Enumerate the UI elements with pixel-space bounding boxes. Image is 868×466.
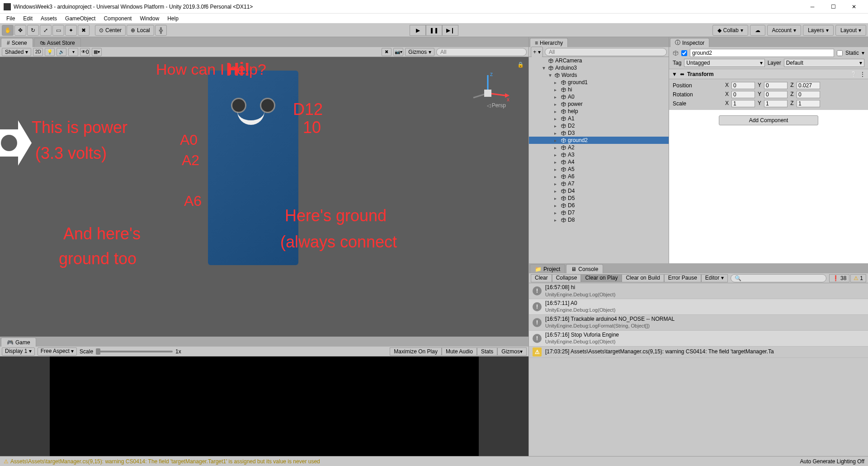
tab-asset-store[interactable]: 🛍 Asset Store bbox=[34, 38, 81, 47]
tools-button[interactable]: ✖ bbox=[382, 48, 392, 56]
tree-item-D8[interactable]: ▸D8 bbox=[529, 216, 669, 223]
log-entry[interactable]: ![16:57:16] Stop Vuforia EngineUnityEngi… bbox=[529, 331, 868, 347]
tree-item-A1[interactable]: ▸A1 bbox=[529, 115, 669, 122]
component-help-icon[interactable]: ❔ bbox=[850, 71, 857, 77]
account-button[interactable]: Account ▾ bbox=[767, 25, 801, 36]
lighting-toggle[interactable]: 💡 bbox=[45, 48, 55, 56]
tree-item-ground1[interactable]: ▸ground1 bbox=[529, 79, 669, 86]
tree-item-D6[interactable]: ▸D6 bbox=[529, 202, 669, 209]
clear-on-play-button[interactable]: Clear on Play bbox=[581, 274, 622, 282]
log-entry[interactable]: ![16:57:08] hiUnityEngine.Debug:Log(Obje… bbox=[529, 283, 868, 299]
transform-header[interactable]: ▼ ⬌ Transform ❔ ⋮ bbox=[669, 69, 868, 79]
layers-button[interactable]: Layers ▾ bbox=[803, 25, 834, 36]
tree-item-D7[interactable]: ▸D7 bbox=[529, 209, 669, 216]
aspect-dropdown[interactable]: Free Aspect ▾ bbox=[38, 347, 77, 356]
mode-2d-button[interactable]: 2D bbox=[33, 48, 43, 56]
scene-view[interactable]: How can I help? Hi! This is power (3.3 v… bbox=[0, 57, 528, 337]
add-component-button[interactable]: Add Component bbox=[719, 115, 818, 125]
tree-item-D2[interactable]: ▸D2 bbox=[529, 122, 669, 129]
maximize-on-play[interactable]: Maximize On Play bbox=[390, 347, 442, 356]
layout-button[interactable]: Layout ▾ bbox=[835, 25, 866, 36]
tree-item-D4[interactable]: ▸D4 bbox=[529, 187, 669, 195]
tree-item-A5[interactable]: ▸A5 bbox=[529, 166, 669, 173]
scale-z[interactable] bbox=[797, 100, 820, 107]
tree-item-A6[interactable]: ▸A6 bbox=[529, 173, 669, 180]
tree-item-A3[interactable]: ▸A3 bbox=[529, 151, 669, 158]
pivot-center[interactable]: ⊙Center bbox=[95, 25, 126, 36]
move-tool[interactable]: ✥ bbox=[14, 25, 26, 36]
snap-tool[interactable]: ╬ bbox=[155, 25, 167, 36]
cloud-button[interactable]: ☁ bbox=[750, 25, 765, 36]
camera-button[interactable]: 📷▾ bbox=[393, 48, 403, 56]
audio-toggle[interactable]: 🔊 bbox=[57, 48, 66, 56]
log-entry[interactable]: ![16:57:11] A0UnityEngine.Debug:Log(Obje… bbox=[529, 299, 868, 315]
grid-toggle[interactable]: ▦▾ bbox=[92, 48, 102, 56]
tab-game[interactable]: 🎮 Game bbox=[1, 338, 36, 347]
collapse-button[interactable]: Collapse bbox=[552, 274, 581, 282]
tree-item-A0[interactable]: ▸A0 bbox=[529, 93, 669, 100]
menu-window[interactable]: Window bbox=[136, 14, 163, 23]
pause-button[interactable]: ❚❚ bbox=[426, 25, 442, 36]
minimize-button[interactable]: ─ bbox=[802, 0, 823, 14]
game-view[interactable] bbox=[0, 357, 528, 456]
orientation-gizmo[interactable]: z x bbox=[465, 71, 510, 116]
collab-button[interactable]: ◆Collab ▾ bbox=[712, 25, 748, 36]
hidden-toggle[interactable]: 👁0 bbox=[80, 48, 90, 56]
menu-component[interactable]: Component bbox=[100, 14, 135, 23]
play-button[interactable]: ▶ bbox=[410, 25, 426, 36]
log-entry[interactable]: ⚠[17:03:25] Assets\Assets\targetManager.… bbox=[529, 347, 868, 358]
mute-audio[interactable]: Mute Audio bbox=[442, 347, 477, 356]
status-lighting[interactable]: Auto Generate Lighting Off bbox=[800, 458, 864, 465]
tree-item-A2[interactable]: ▸A2 bbox=[529, 144, 669, 151]
rotate-tool[interactable]: ↻ bbox=[27, 25, 39, 36]
hierarchy-tree[interactable]: ARCamera▼Arduino3▼Words▸ground1▸hi▸A0▸po… bbox=[529, 57, 669, 263]
step-button[interactable]: ▶❙ bbox=[442, 25, 458, 36]
tree-item-hi[interactable]: ▸hi bbox=[529, 86, 669, 93]
custom-tool[interactable]: ✖ bbox=[78, 25, 90, 36]
menu-gameobject[interactable]: GameObject bbox=[61, 14, 99, 23]
tree-item-Arduino3[interactable]: ▼Arduino3 bbox=[529, 64, 669, 71]
display-dropdown[interactable]: Display 1 ▾ bbox=[2, 347, 35, 356]
rotation-y[interactable] bbox=[764, 91, 788, 98]
clear-on-build-button[interactable]: Clear on Build bbox=[622, 274, 664, 282]
tab-hierarchy[interactable]: ≡ Hierarchy bbox=[530, 38, 568, 47]
warn-count[interactable]: ⚠1 bbox=[850, 274, 866, 282]
menu-assets[interactable]: Assets bbox=[37, 14, 61, 23]
tree-item-ARCamera[interactable]: ARCamera bbox=[529, 57, 669, 64]
persp-label[interactable]: ◁ Persp bbox=[487, 102, 506, 109]
scale-y[interactable] bbox=[764, 100, 788, 107]
tree-item-D3[interactable]: ▸D3 bbox=[529, 129, 669, 137]
tag-dropdown[interactable]: Untagged▾ bbox=[684, 59, 764, 67]
console-log[interactable]: ![16:57:08] hiUnityEngine.Debug:Log(Obje… bbox=[529, 283, 868, 456]
tree-item-D5[interactable]: ▸D5 bbox=[529, 195, 669, 202]
tree-item-A7[interactable]: ▸A7 bbox=[529, 180, 669, 187]
fx-toggle[interactable]: ▾ bbox=[68, 48, 78, 56]
tab-project[interactable]: 📁 Project bbox=[530, 264, 565, 273]
tab-console[interactable]: 🖥 Console bbox=[566, 264, 603, 273]
menu-file[interactable]: File bbox=[3, 14, 19, 23]
tree-item-help[interactable]: ▸help bbox=[529, 108, 669, 115]
tree-item-A4[interactable]: ▸A4 bbox=[529, 158, 669, 166]
info-count[interactable]: ❗38 bbox=[829, 274, 849, 282]
game-gizmos[interactable]: Gizmos ▾ bbox=[497, 347, 527, 356]
rotation-x[interactable] bbox=[731, 91, 755, 98]
hierarchy-search[interactable] bbox=[545, 48, 667, 56]
position-z[interactable] bbox=[797, 82, 820, 89]
menu-help[interactable]: Help bbox=[164, 14, 182, 23]
scene-search-input[interactable] bbox=[436, 48, 527, 56]
active-checkbox[interactable] bbox=[681, 50, 687, 56]
log-entry[interactable]: ![16:57:16] Trackable arduino4 NO_POSE -… bbox=[529, 315, 868, 331]
static-checkbox[interactable] bbox=[837, 50, 843, 56]
scale-x[interactable] bbox=[731, 100, 755, 107]
stats-button[interactable]: Stats bbox=[477, 347, 497, 356]
tab-inspector[interactable]: ⓘ Inspector bbox=[670, 38, 709, 47]
scale-tool[interactable]: ⤢ bbox=[40, 25, 52, 36]
transform-tool[interactable]: ✦ bbox=[65, 25, 77, 36]
tree-item-Words[interactable]: ▼Words bbox=[529, 71, 669, 79]
rotation-z[interactable] bbox=[797, 91, 820, 98]
pivot-local[interactable]: ⊕Local bbox=[127, 25, 154, 36]
clear-button[interactable]: Clear bbox=[531, 274, 552, 282]
tree-item-ground2[interactable]: ▸ground2 bbox=[529, 137, 669, 144]
error-pause-button[interactable]: Error Pause bbox=[664, 274, 701, 282]
console-search[interactable] bbox=[731, 274, 826, 282]
